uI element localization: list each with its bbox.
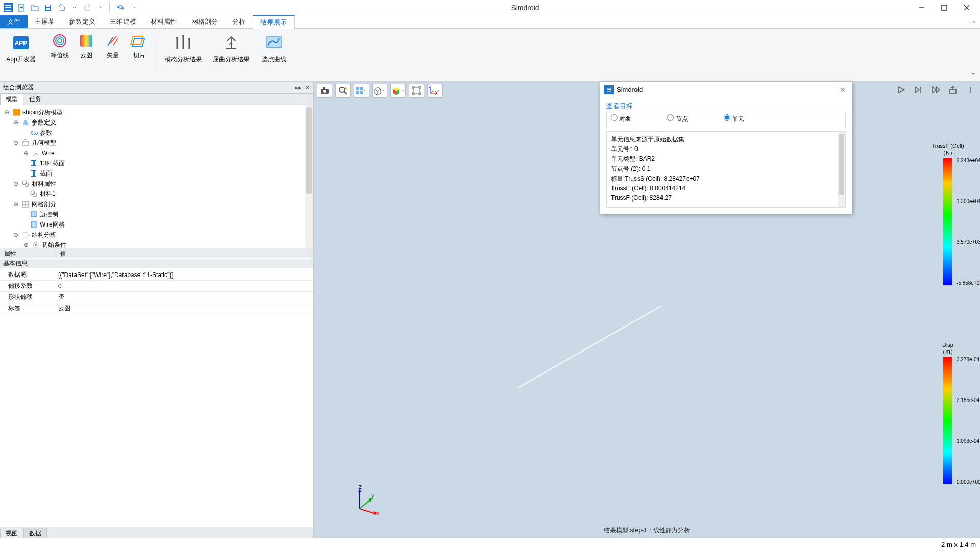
subtab-model[interactable]: 模型 (0, 94, 23, 105)
bottab-view[interactable]: 视图 (0, 528, 23, 538)
svg-rect-36 (31, 160, 36, 161)
wire-icon (32, 149, 40, 157)
cube-icon[interactable] (372, 84, 387, 98)
tree-material1[interactable]: 材料1 (40, 190, 56, 198)
tree-sec13[interactable]: 13杆截面 (40, 159, 65, 168)
tab-results[interactable]: 结果展示 (253, 15, 295, 29)
contour-button[interactable]: 等值线 (47, 31, 72, 79)
tree-wire-mesh[interactable]: Wire网格 (40, 220, 65, 229)
svg-point-52 (35, 244, 37, 246)
more-icon[interactable] (963, 83, 978, 97)
svg-point-25 (188, 38, 190, 40)
mesh-icon (21, 200, 30, 208)
tab-home[interactable]: 主屏幕 (28, 15, 62, 28)
refresh-dropdown-icon[interactable] (128, 2, 140, 14)
fit-icon[interactable] (409, 84, 424, 98)
fast-forward-icon[interactable]: ▸▸ (295, 84, 302, 91)
tree-section[interactable]: 截面 (40, 169, 52, 178)
save-icon[interactable] (42, 2, 54, 14)
svg-rect-3 (5, 10, 11, 11)
tree-mesh[interactable]: 网格剖分 (32, 200, 56, 209)
radio-cell[interactable]: 单元 (724, 114, 744, 123)
model-tree[interactable]: ⊖🟧shipin分析模型 ⊖参数定义 Xω参数 ⊖几何模型 ⊕Wire 13杆截… (0, 105, 313, 248)
slice-button[interactable]: 切片 (127, 31, 152, 79)
tab-params[interactable]: 参数定义 (62, 15, 103, 28)
close-button[interactable] (955, 1, 978, 15)
maximize-button[interactable] (933, 1, 955, 15)
open-icon[interactable] (29, 2, 41, 14)
prop-row[interactable]: 数据源[{"DataSet":["Wire"],"Database":"1-St… (0, 269, 313, 281)
prop-row[interactable]: 偏移系数0 (0, 281, 313, 292)
skip-end-icon[interactable] (928, 83, 943, 97)
tab-analysis[interactable]: 分析 (225, 15, 253, 28)
ribbon-more-icon[interactable] (970, 70, 977, 79)
separator (156, 33, 156, 77)
svg-rect-55 (323, 87, 325, 89)
subtab-task[interactable]: 任务 (23, 94, 47, 105)
tab-material[interactable]: 材料属性 (143, 15, 184, 28)
popup-close-icon[interactable]: ✕ (838, 86, 848, 94)
prop-row[interactable]: 形状偏移否 (0, 292, 313, 303)
tree-init-cond[interactable]: 初始条件 (42, 241, 66, 248)
vector-button[interactable]: 矢量 (101, 31, 125, 79)
section-icon (30, 159, 38, 167)
new-icon[interactable]: + (15, 2, 28, 14)
export-icon[interactable] (945, 83, 961, 97)
info-scrollbar[interactable] (838, 132, 845, 207)
cloud-button[interactable]: 云图 (74, 31, 99, 79)
tree-wire[interactable]: Wire (42, 149, 55, 157)
buckling-result-button[interactable]: 屈曲分析结果 (208, 31, 254, 79)
pick-curve-icon (264, 33, 284, 53)
svg-rect-73 (607, 89, 611, 90)
modal-label: 模态分析结果 (165, 55, 202, 64)
tree-scrollbar[interactable] (305, 105, 313, 248)
tree-param-def[interactable]: 参数定义 (32, 118, 56, 127)
viewport[interactable]: zx Simdroid ✕ 查看目标 对象 节点 单元 (314, 82, 980, 538)
params-icon (21, 118, 30, 127)
radio-object[interactable]: 对象 (611, 114, 631, 123)
bottab-data[interactable]: 数据 (23, 528, 47, 538)
camera-icon[interactable] (317, 84, 332, 98)
svg-rect-1 (5, 5, 11, 6)
app-developer-label: App开发器 (6, 55, 35, 64)
statusbar: 2 m x 1.4 m (0, 538, 980, 551)
tab-3d[interactable]: 三维建模 (103, 15, 143, 28)
tree-material[interactable]: 材料属性 (32, 180, 56, 188)
tree-param[interactable]: 参数 (40, 129, 52, 137)
axis-icon[interactable]: zx (427, 84, 443, 98)
undo-icon[interactable] (55, 2, 67, 14)
undo-dropdown-icon[interactable] (68, 2, 81, 14)
radio-node[interactable]: 节点 (667, 114, 688, 123)
color-cube-icon[interactable] (390, 84, 406, 98)
step-fwd-icon[interactable] (911, 83, 926, 97)
tree-root[interactable]: shipin分析模型 (22, 108, 63, 117)
redo-icon[interactable] (82, 2, 94, 14)
info-line: TrussF (Cell): 8284.27 (611, 193, 841, 203)
close-panel-icon[interactable]: ✕ (305, 84, 310, 91)
dimensions-label: 2 m x 1.4 m (941, 541, 976, 548)
redo-dropdown-icon[interactable] (95, 2, 107, 14)
tree-edge-ctrl[interactable]: 边控制 (40, 210, 58, 219)
pick-curve-button[interactable]: 选点曲线 (256, 31, 292, 79)
svg-rect-48 (31, 212, 36, 217)
tree-geom[interactable]: 几何模型 (32, 139, 56, 147)
logo-icon[interactable] (2, 2, 14, 14)
svg-point-16 (58, 39, 62, 43)
zoom-icon[interactable] (335, 84, 351, 98)
tree-struct[interactable]: 结构分析 (32, 231, 56, 239)
prop-row[interactable]: 标签云图 (0, 303, 313, 314)
modal-icon (173, 33, 193, 53)
modal-result-button[interactable]: 模态分析结果 (160, 31, 206, 79)
tab-file[interactable]: 文件 (0, 15, 28, 28)
play-icon[interactable] (893, 83, 909, 97)
grid-icon[interactable] (354, 84, 369, 98)
tab-mesh[interactable]: 网格剖分 (184, 15, 225, 28)
refresh-icon[interactable] (114, 2, 127, 14)
app-developer-button[interactable]: APP App开发器 (3, 31, 39, 79)
titlebar: + Simdroid (0, 0, 980, 15)
separator (109, 3, 112, 13)
slice-label: 切片 (133, 51, 145, 60)
playback-toolbar (893, 83, 978, 97)
ribbon-collapse-icon[interactable] (966, 15, 980, 28)
minimize-button[interactable] (911, 1, 933, 15)
